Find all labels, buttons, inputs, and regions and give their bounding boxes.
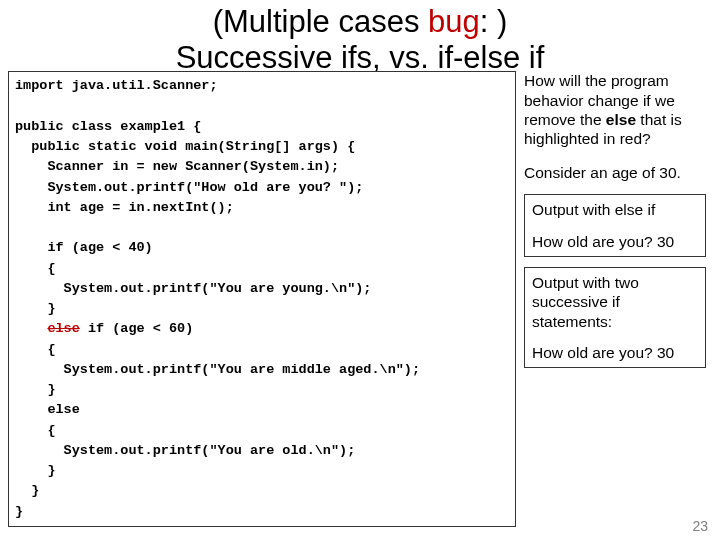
content-row: import java.util.Scanner; public class e… bbox=[0, 75, 720, 527]
code-line: } bbox=[15, 382, 56, 397]
title-line2: Successive ifs, vs. if-else if bbox=[176, 40, 545, 75]
page-number: 23 bbox=[692, 518, 708, 534]
code-line: } bbox=[15, 301, 56, 316]
code-line: import java.util.Scanner; bbox=[15, 78, 218, 93]
code-line: if (age < 40) bbox=[15, 240, 153, 255]
code-line-rest: if (age < 60) bbox=[80, 321, 193, 336]
output-box2-value: How old are you? 30 bbox=[532, 343, 698, 362]
code-line: System.out.printf("You are middle aged.\… bbox=[15, 362, 420, 377]
code-line: } bbox=[15, 504, 23, 519]
code-line: Scanner in = new Scanner(System.in); bbox=[15, 159, 339, 174]
code-line: System.out.printf("You are young.\n"); bbox=[15, 281, 371, 296]
question-1: How will the program behavior change if … bbox=[524, 71, 706, 149]
code-line: } bbox=[15, 463, 56, 478]
slide-title: (Multiple cases bug: ) Successive ifs, v… bbox=[0, 0, 720, 75]
code-line: { bbox=[15, 342, 56, 357]
code-line-indent bbox=[15, 321, 47, 336]
output-box1-header: Output with else if bbox=[532, 200, 698, 219]
title-line1-pre: (Multiple cases bbox=[213, 4, 428, 39]
code-line: System.out.printf("You are old.\n"); bbox=[15, 443, 355, 458]
question-2: Consider an age of 30. bbox=[524, 163, 706, 182]
code-line: } bbox=[15, 483, 39, 498]
code-line: System.out.printf("How old are you? "); bbox=[15, 180, 363, 195]
title-line1-post: : ) bbox=[480, 4, 508, 39]
code-listing: import java.util.Scanner; public class e… bbox=[8, 71, 516, 527]
code-line: public static void main(String[] args) { bbox=[15, 139, 355, 154]
output-box1-value: How old are you? 30 bbox=[532, 232, 698, 251]
q1-else-bold: else bbox=[606, 111, 636, 128]
code-line: public class example1 { bbox=[15, 119, 201, 134]
output-box-else-if: Output with else if How old are you? 30 bbox=[524, 194, 706, 257]
code-line: else bbox=[15, 402, 80, 417]
output-box2-header: Output with two successive if statements… bbox=[532, 273, 698, 331]
output-box-successive-if: Output with two successive if statements… bbox=[524, 267, 706, 369]
code-line: { bbox=[15, 261, 56, 276]
code-line: { bbox=[15, 423, 56, 438]
struck-else-keyword: else bbox=[47, 321, 79, 336]
title-bug-word: bug bbox=[428, 4, 480, 39]
code-line: int age = in.nextInt(); bbox=[15, 200, 234, 215]
right-column: How will the program behavior change if … bbox=[516, 71, 706, 527]
